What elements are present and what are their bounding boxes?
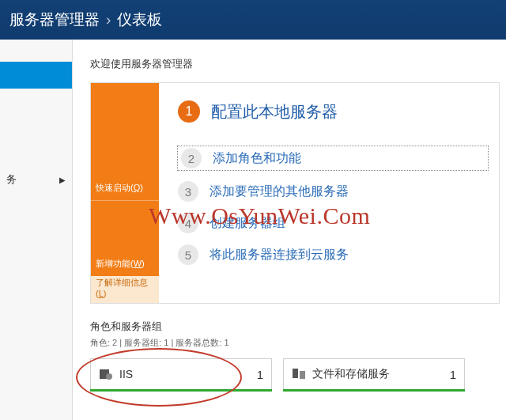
page-title: 仪表板 (117, 9, 162, 30)
iis-icon (99, 367, 113, 381)
step-label: 将此服务器连接到云服务 (210, 247, 349, 263)
groups-heading: 角色和服务器组 (90, 320, 500, 334)
storage-icon (292, 367, 306, 381)
step-number: 1 (178, 100, 200, 123)
sidebar: 务 ▶ (0, 40, 73, 420)
groups-subheading: 角色: 2 | 服务器组: 1 | 服务器总数: 1 (90, 337, 500, 349)
sidebar-active-indicator (0, 62, 72, 89)
tile-status-bar (283, 389, 465, 392)
step-number: 3 (178, 181, 198, 202)
step-label: 添加角色和功能 (213, 150, 301, 167)
welcome-left-column: 快速启动(Q) 新增功能(W) 了解详细信息(L) (91, 83, 159, 303)
step-number: 4 (178, 213, 198, 233)
step-number: 5 (178, 244, 198, 265)
step-add-servers[interactable]: 3 添加要管理的其他服务器 (178, 181, 488, 202)
tile-label: 文件和存储服务 (312, 367, 390, 381)
welcome-heading: 欢迎使用服务器管理器 (90, 57, 500, 71)
sidebar-item-services[interactable]: 务 ▶ (0, 166, 72, 193)
welcome-panel: 快速启动(Q) 新增功能(W) 了解详细信息(L) 1 配置此本地服务器 2 添… (90, 82, 500, 304)
main-content: 欢迎使用服务器管理器 快速启动(Q) 新增功能(W) 了解详细信息(L) 1 配… (73, 40, 506, 420)
step-add-roles[interactable]: 2 添加角色和功能 (178, 146, 488, 170)
svg-point-1 (106, 373, 112, 380)
tile-iis[interactable]: IIS 1 (90, 358, 272, 392)
step-label: 添加要管理的其他服务器 (210, 184, 349, 200)
learn-more-section[interactable]: 了解详细信息(L) (91, 276, 159, 303)
chevron-right-icon: ▶ (59, 176, 66, 184)
tile-status-bar (90, 389, 272, 392)
role-tiles: IIS 1 文件和存储服务 1 (90, 358, 500, 392)
quick-start-section[interactable]: 快速启动(Q) (91, 83, 159, 200)
tile-label: IIS (119, 368, 133, 380)
tile-count: 1 (450, 368, 456, 381)
step-create-group[interactable]: 4 创建服务器组 (178, 213, 488, 233)
header-bar: 服务器管理器 › 仪表板 (0, 0, 506, 40)
step-connect-cloud[interactable]: 5 将此服务器连接到云服务 (178, 244, 488, 265)
svg-rect-2 (293, 369, 298, 378)
breadcrumb-separator: › (106, 11, 111, 28)
step-label: 配置此本地服务器 (211, 101, 338, 123)
sidebar-item-label: 务 (6, 172, 17, 187)
tile-count: 1 (257, 368, 263, 381)
learn-more-label: 了解详细信息(L) (96, 277, 154, 298)
step-configure-local[interactable]: 1 配置此本地服务器 (178, 100, 488, 123)
welcome-steps: 1 配置此本地服务器 2 添加角色和功能 3 添加要管理的其他服务器 4 创建服… (159, 83, 499, 303)
tile-file-storage[interactable]: 文件和存储服务 1 (283, 358, 465, 392)
svg-rect-3 (300, 371, 305, 379)
app-title: 服务器管理器 (9, 9, 100, 30)
whats-new-label: 新增功能(W) (96, 258, 145, 270)
step-number: 2 (181, 148, 202, 168)
step-label: 创建服务器组 (210, 215, 285, 232)
quick-start-label: 快速启动(Q) (96, 182, 143, 194)
whats-new-section[interactable]: 新增功能(W) (91, 200, 159, 276)
